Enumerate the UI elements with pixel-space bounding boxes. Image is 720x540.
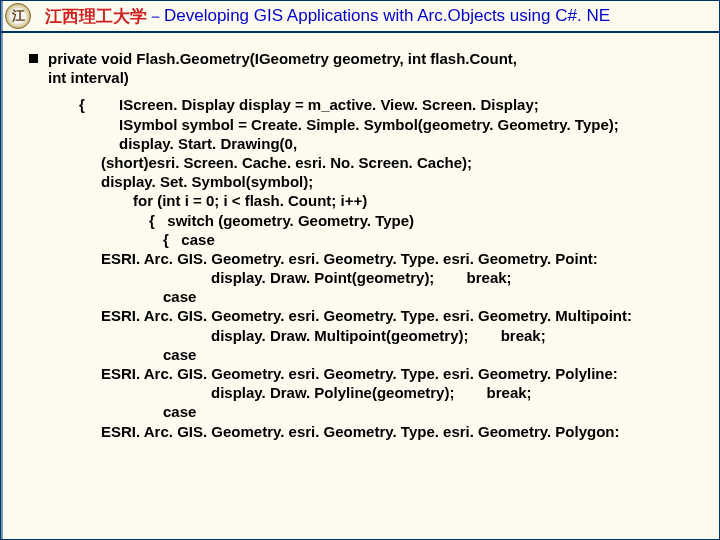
draw-call: display. Draw. Multipoint(geometry); bbox=[211, 327, 469, 344]
university-logo-icon: 江 bbox=[5, 3, 31, 29]
code-line: ESRI. Arc. GIS. Geometry. esri. Geometry… bbox=[101, 306, 715, 325]
code-line: case bbox=[101, 402, 715, 421]
code-line: ESRI. Arc. GIS. Geometry. esri. Geometry… bbox=[101, 364, 715, 383]
bullet-icon bbox=[29, 54, 38, 63]
open-brace: { bbox=[79, 95, 101, 440]
header-org: 江西理工大学 bbox=[45, 5, 147, 28]
code-block: { IScreen. Display display = m_active. V… bbox=[79, 95, 715, 440]
code-line: display. Draw. Point(geometry); break; bbox=[101, 268, 715, 287]
code-line: display. Set. Symbol(symbol); bbox=[101, 172, 715, 191]
code-line: case bbox=[101, 345, 715, 364]
code-line: { case bbox=[101, 230, 715, 249]
code-line: { switch (geometry. Geometry. Type) bbox=[101, 211, 715, 230]
code-line: for (int i = 0; i < flash. Count; i++) bbox=[101, 191, 715, 210]
code-line: ESRI. Arc. GIS. Geometry. esri. Geometry… bbox=[101, 249, 715, 268]
case-kw: case bbox=[181, 231, 214, 248]
logo-letter: 江 bbox=[12, 7, 25, 25]
slide-body: private void Flash.Geometry(IGeometry ge… bbox=[1, 33, 719, 441]
break-kw: break; bbox=[501, 327, 546, 344]
code-line: display. Draw. Multipoint(geometry); bre… bbox=[101, 326, 715, 345]
brace-open: { bbox=[149, 212, 155, 229]
draw-call: display. Draw. Polyline(geometry); bbox=[211, 384, 454, 401]
draw-call: display. Draw. Point(geometry); bbox=[211, 269, 434, 286]
switch-stmt: switch (geometry. Geometry. Type) bbox=[167, 212, 414, 229]
slide-page: 江 江西理工大学 － Developing GIS Applications w… bbox=[0, 0, 720, 540]
code-line: (short)esri. Screen. Cache. esri. No. Sc… bbox=[101, 153, 715, 172]
method-signature: private void Flash.Geometry(IGeometry ge… bbox=[29, 49, 715, 87]
break-kw: break; bbox=[467, 269, 512, 286]
sig-line-1: private void Flash.Geometry(IGeometry ge… bbox=[48, 49, 715, 68]
code-line: display. Draw. Polyline(geometry); break… bbox=[101, 383, 715, 402]
header-title: Developing GIS Applications with Arc.Obj… bbox=[164, 6, 610, 26]
slide-header: 江 江西理工大学 － Developing GIS Applications w… bbox=[1, 1, 719, 33]
break-kw: break; bbox=[487, 384, 532, 401]
signature-text: private void Flash.Geometry(IGeometry ge… bbox=[48, 49, 715, 87]
header-separator: － bbox=[147, 5, 164, 28]
code-line: display. Start. Drawing(0, bbox=[101, 134, 715, 153]
brace-open: { bbox=[163, 231, 169, 248]
code-line: ESRI. Arc. GIS. Geometry. esri. Geometry… bbox=[101, 422, 715, 441]
code-line: case bbox=[101, 287, 715, 306]
code-line: ISymbol symbol = Create. Simple. Symbol(… bbox=[101, 115, 715, 134]
code-lines: IScreen. Display display = m_active. Vie… bbox=[101, 95, 715, 440]
code-line: IScreen. Display display = m_active. Vie… bbox=[101, 95, 715, 114]
sig-line-2: int interval) bbox=[48, 68, 715, 87]
